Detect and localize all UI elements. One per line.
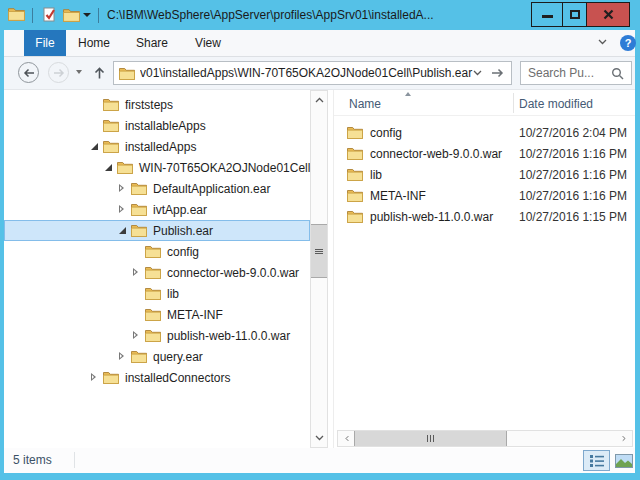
tree-scrollbar[interactable]	[310, 90, 328, 448]
tree-expander-icon[interactable]	[118, 225, 128, 236]
tree-item[interactable]: publish-web-11.0.0.war	[4, 325, 310, 346]
tree-item-label[interactable]: META-INF	[167, 308, 223, 322]
tree-item-label[interactable]: WIN-70T65OKA2OJNode01Cell	[139, 161, 310, 175]
status-divider	[74, 452, 75, 468]
file-date-modified: 10/27/2016 1:16 PM	[519, 189, 627, 203]
tree-item[interactable]: query.ear	[4, 346, 310, 367]
up-button[interactable]	[93, 66, 106, 80]
file-list: config 10/27/2016 2:04 PM connector-web-…	[334, 122, 635, 227]
tree-expander-icon[interactable]	[90, 372, 100, 383]
tree-item-label[interactable]: installedApps	[125, 140, 196, 154]
tree-item[interactable]: DefaultApplication.ear	[4, 178, 310, 199]
horizontal-scrollbar-thumb[interactable]	[354, 431, 507, 446]
quick-access-dropdown-icon[interactable]	[83, 13, 91, 17]
quick-access-properties-button[interactable]	[39, 6, 59, 24]
tree-item[interactable]: installedApps	[4, 136, 310, 157]
file-date-modified: 10/27/2016 1:16 PM	[519, 147, 627, 161]
maximize-button[interactable]	[563, 2, 587, 27]
file-name[interactable]: META-INF	[370, 189, 426, 203]
file-row[interactable]: connector-web-9.0.0.war 10/27/2016 1:16 …	[334, 143, 635, 164]
tree-item-label[interactable]: firststeps	[125, 98, 173, 112]
file-name[interactable]: publish-web-11.0.0.war	[370, 210, 493, 224]
tree-expander-icon[interactable]	[118, 204, 128, 215]
tree-item-label[interactable]: query.ear	[153, 350, 203, 364]
forward-button-disabled[interactable]	[48, 62, 69, 83]
file-name[interactable]: config	[370, 126, 402, 140]
item-count: 5 items	[13, 453, 52, 467]
tree-expander-icon[interactable]	[104, 162, 114, 173]
address-dropdown-icon[interactable]	[473, 70, 482, 76]
minimize-button[interactable]	[531, 2, 563, 27]
expand-ribbon-icon[interactable]	[598, 39, 607, 45]
tree-expander-icon[interactable]	[132, 330, 142, 341]
tree-item-label[interactable]: ivtApp.ear	[153, 203, 207, 217]
tree-expander-icon[interactable]	[118, 183, 128, 194]
scroll-up-icon[interactable]	[311, 92, 327, 108]
tree-item[interactable]: ivtApp.ear	[4, 199, 310, 220]
file-row[interactable]: publish-web-11.0.0.war 10/27/2016 1:15 P…	[334, 206, 635, 227]
folder-icon	[131, 203, 147, 216]
column-header-name[interactable]: Name	[349, 97, 381, 111]
refresh-go-icon[interactable]	[491, 68, 504, 78]
back-button[interactable]	[18, 62, 39, 83]
address-bar[interactable]: v01\installedApps\WIN-70T65OKA2OJNode01C…	[113, 61, 512, 85]
tree-item-label[interactable]: installableApps	[125, 119, 206, 133]
folder-icon	[347, 126, 363, 139]
tab-share[interactable]: Share	[133, 30, 171, 56]
quick-access-new-folder-button[interactable]	[61, 6, 81, 24]
tree-item-label[interactable]: DefaultApplication.ear	[153, 182, 270, 196]
tree-item[interactable]: WIN-70T65OKA2OJNode01Cell	[4, 157, 310, 178]
tree-item[interactable]: installableApps	[4, 115, 310, 136]
folder-icon	[145, 308, 161, 321]
column-divider[interactable]	[513, 93, 514, 113]
tree-expander-icon[interactable]	[132, 267, 142, 278]
scroll-right-icon[interactable]	[616, 431, 631, 446]
tree-expander-icon[interactable]	[118, 351, 128, 362]
file-row[interactable]: META-INF 10/27/2016 1:16 PM	[334, 185, 635, 206]
column-header-date-modified[interactable]: Date modified	[519, 97, 593, 111]
tab-file[interactable]: File	[24, 30, 66, 56]
close-button[interactable]	[587, 2, 630, 27]
tree-item[interactable]: META-INF	[4, 304, 310, 325]
large-icons-view-button[interactable]	[612, 450, 635, 471]
folder-tree: firststeps installableApps installedAp	[4, 94, 310, 388]
address-path[interactable]: v01\installedApps\WIN-70T65OKA2OJNode01C…	[140, 66, 473, 80]
tree-item-label[interactable]: Publish.ear	[153, 224, 213, 238]
tree-item-label[interactable]: publish-web-11.0.0.war	[167, 329, 290, 343]
details-view-button[interactable]	[583, 450, 610, 471]
help-button[interactable]: ?	[620, 35, 636, 51]
file-list-horizontal-scrollbar[interactable]	[337, 430, 633, 447]
tree-item[interactable]: Publish.ear	[4, 220, 310, 241]
tree-scrollbar-thumb[interactable]	[311, 224, 327, 278]
minimize-icon	[542, 15, 553, 18]
forward-arrow-icon	[53, 68, 65, 78]
tree-item-label[interactable]: config	[167, 245, 199, 259]
folder-icon	[347, 147, 363, 160]
tree-item[interactable]: firststeps	[4, 94, 310, 115]
tree-item[interactable]: config	[4, 241, 310, 262]
file-row[interactable]: lib 10/27/2016 1:16 PM	[334, 164, 635, 185]
file-row[interactable]: config 10/27/2016 2:04 PM	[334, 122, 635, 143]
tab-home[interactable]: Home	[75, 30, 113, 56]
scroll-down-icon[interactable]	[311, 430, 327, 446]
tree-item-label[interactable]: lib	[167, 287, 179, 301]
tree-item-label[interactable]: connector-web-9.0.0.war	[167, 266, 299, 280]
tree-expander-icon[interactable]	[90, 141, 100, 152]
tree-item[interactable]: lib	[4, 283, 310, 304]
file-name[interactable]: lib	[370, 168, 382, 182]
tree-item[interactable]: connector-web-9.0.0.war	[4, 262, 310, 283]
file-date-modified: 10/27/2016 1:16 PM	[519, 168, 627, 182]
tab-view[interactable]: View	[189, 30, 227, 56]
tree-item-label[interactable]: installedConnectors	[125, 371, 230, 385]
sort-ascending-icon	[405, 92, 411, 96]
scroll-left-icon[interactable]	[339, 431, 354, 446]
folder-icon	[145, 245, 161, 258]
search-box[interactable]: Search Pu...	[520, 61, 632, 85]
thumb-grip	[430, 435, 431, 442]
folder-icon	[103, 98, 119, 111]
search-icon[interactable]	[611, 67, 624, 80]
details-view-icon	[589, 454, 605, 468]
recent-locations-dropdown-icon[interactable]	[76, 70, 82, 74]
tree-item[interactable]: installedConnectors	[4, 367, 310, 388]
file-name[interactable]: connector-web-9.0.0.war	[370, 147, 502, 161]
